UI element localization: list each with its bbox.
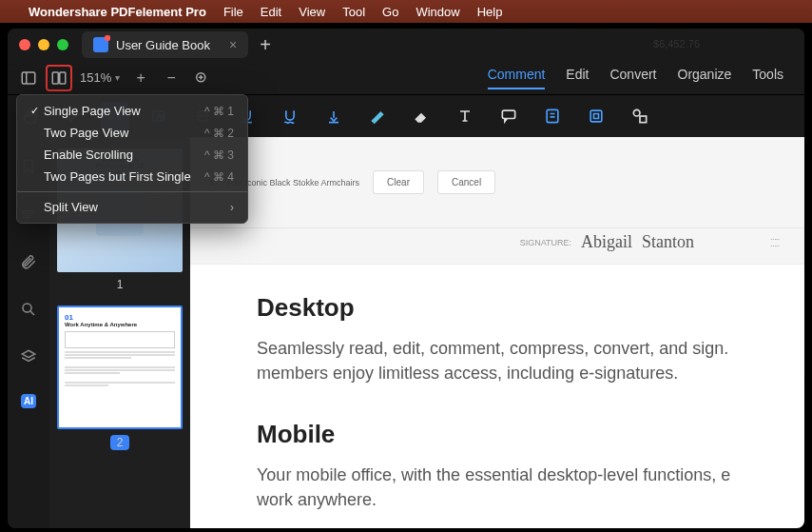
shapes-icon[interactable] xyxy=(626,102,654,130)
toolbar: 151% ▾ + − Comment Edit Convert Organize… xyxy=(8,61,804,95)
mode-tabs: Comment Edit Convert Organize Tools xyxy=(488,67,797,89)
stamp-icon[interactable] xyxy=(582,102,610,130)
app-name[interactable]: Wondershare PDFelement Pro xyxy=(29,5,206,19)
layers-icon[interactable] xyxy=(18,346,39,367)
dropdown-separator xyxy=(17,191,247,192)
svg-rect-2 xyxy=(52,72,58,84)
svg-rect-13 xyxy=(640,116,647,123)
zoom-level[interactable]: 151% ▾ xyxy=(80,70,120,85)
thumbnail-page-2[interactable]: 01 Work Anytime & Anywhere 2 xyxy=(57,305,183,450)
clear-button[interactable]: Clear xyxy=(373,170,424,194)
section-body-mobile: Your mobile office, with the essential d… xyxy=(257,463,766,512)
dd-split-view[interactable]: Split View › xyxy=(17,196,247,218)
traffic-lights xyxy=(19,39,68,50)
tab-organize[interactable]: Organize xyxy=(678,67,732,89)
thumb2-number: 2 xyxy=(110,435,130,450)
svg-line-17 xyxy=(30,311,35,316)
dd-enable-scrolling[interactable]: Enable Scrolling ^ ⌘ 3 xyxy=(17,144,247,166)
menu-edit[interactable]: Edit xyxy=(261,5,281,19)
chevron-down-icon: ▾ xyxy=(115,72,120,83)
menu-go[interactable]: Go xyxy=(382,5,398,19)
dd-two-pages-first-single[interactable]: Two Pages but First Single ^ ⌘ 4 xyxy=(17,166,247,187)
pdf-icon xyxy=(93,37,108,52)
menu-tool[interactable]: Tool xyxy=(342,5,365,19)
macos-menubar: Wondershare PDFelement Pro File Edit Vie… xyxy=(0,0,812,23)
tab-edit[interactable]: Edit xyxy=(566,67,589,89)
new-tab-button[interactable]: + xyxy=(260,34,271,56)
svg-rect-3 xyxy=(60,72,66,84)
dd-two-page-view[interactable]: Two Page View ^ ⌘ 2 xyxy=(17,122,247,144)
textbox-icon[interactable] xyxy=(451,102,479,130)
tab-convert[interactable]: Convert xyxy=(609,67,656,89)
section-body-desktop: Seamlessly read, edit, comment, compress… xyxy=(257,336,766,385)
callout-icon[interactable] xyxy=(494,102,523,130)
window-close-button[interactable] xyxy=(19,39,30,50)
doc-form-header: 5 Pair Iconic Black Stokke Armchairs Cle… xyxy=(190,137,804,228)
svg-rect-0 xyxy=(22,72,35,84)
document-page: 5 Pair Iconic Black Stokke Armchairs Cle… xyxy=(190,137,804,528)
page-viewport[interactable]: 5 Pair Iconic Black Stokke Armchairs Cle… xyxy=(190,137,804,528)
signature-2: Stanton xyxy=(642,232,694,252)
attachment-icon[interactable] xyxy=(18,251,39,272)
dd-single-page-view[interactable]: ✓ Single Page View ^ ⌘ 1 xyxy=(17,100,247,122)
menu-help[interactable]: Help xyxy=(477,5,503,19)
zoom-in-button[interactable]: + xyxy=(127,65,154,91)
cancel-button[interactable]: Cancel xyxy=(437,170,495,194)
squiggly-icon[interactable] xyxy=(276,102,304,130)
tab-close-icon[interactable]: × xyxy=(229,37,237,52)
menu-view[interactable]: View xyxy=(299,5,325,19)
tab-tools[interactable]: Tools xyxy=(752,67,783,89)
fit-page-icon[interactable] xyxy=(188,65,215,91)
menu-window[interactable]: Window xyxy=(416,5,459,19)
zoom-out-button[interactable]: − xyxy=(158,65,184,91)
note-icon[interactable] xyxy=(538,102,567,130)
section-heading-desktop: Desktop xyxy=(257,293,766,323)
page-view-mode-button[interactable] xyxy=(46,65,72,91)
sidebar-toggle-icon[interactable] xyxy=(15,65,42,91)
window-maximize-button[interactable] xyxy=(57,39,68,50)
svg-point-12 xyxy=(633,109,640,116)
zoom-value: 151% xyxy=(80,70,111,85)
eraser-icon[interactable] xyxy=(407,102,435,130)
svg-rect-11 xyxy=(590,110,602,122)
menu-file[interactable]: File xyxy=(223,5,243,19)
chevron-right-icon: › xyxy=(230,201,234,214)
check-icon: ✓ xyxy=(30,105,44,117)
tab-title: User Guide Book xyxy=(116,38,210,52)
svg-rect-7 xyxy=(502,110,514,118)
page-view-dropdown: ✓ Single Page View ^ ⌘ 1 Two Page View ^… xyxy=(16,94,248,224)
search-icon[interactable] xyxy=(18,299,39,320)
highlighter-icon[interactable] xyxy=(363,102,392,130)
document-tab[interactable]: User Guide Book × xyxy=(82,31,248,58)
signature-label: SIGNATURE: xyxy=(520,238,571,247)
window-minimize-button[interactable] xyxy=(38,39,49,50)
tab-comment[interactable]: Comment xyxy=(488,67,546,89)
caret-insert-icon[interactable] xyxy=(319,102,348,130)
thumb1-number: 1 xyxy=(117,278,124,291)
section-heading-mobile: Mobile xyxy=(257,420,766,449)
signature-1: Abigail xyxy=(581,232,632,252)
ai-button[interactable]: AI xyxy=(21,394,36,408)
